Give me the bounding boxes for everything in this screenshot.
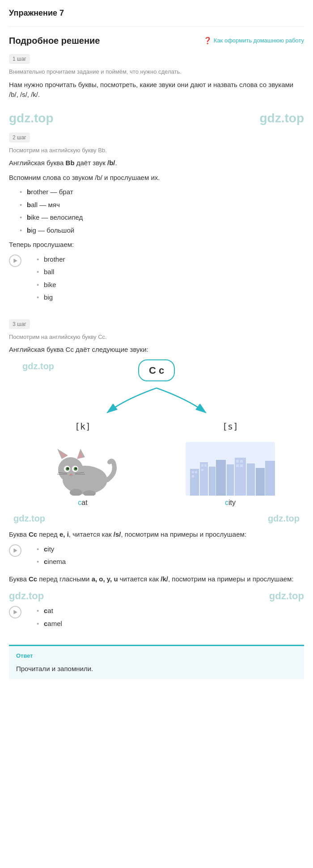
watermark-gdz-3: gdz.top [22, 359, 54, 373]
list-item: big — большой [20, 225, 304, 236]
svg-rect-38 [240, 460, 243, 463]
svg-rect-29 [256, 468, 265, 496]
svg-rect-40 [240, 464, 243, 467]
svg-rect-36 [204, 464, 207, 467]
svg-rect-34 [201, 464, 203, 467]
watermark-row-3: gdz.top gdz.top [9, 588, 304, 603]
cat-svg [45, 442, 121, 496]
svg-point-3 [58, 457, 83, 482]
step-1-note: Внимательно прочитаем задание и поймём, … [9, 67, 304, 76]
section-title: Подробное решение [9, 34, 100, 47]
cat-block: cat [12, 442, 154, 508]
list-item: cinema [37, 557, 66, 567]
step-3-sentence-k: Буква Cc перед гласными a, o, y, u читае… [9, 574, 304, 584]
sounds-row: [k] [s] [9, 420, 304, 438]
help-link[interactable]: ❓ Как оформить домашнюю работу [203, 36, 304, 46]
sound-k: [k] [75, 420, 91, 433]
step-2-block: 2 шаг Посмотрим на английскую букву Bb. … [9, 132, 304, 310]
step-1-block: 1 шаг Внимательно прочитаем задание и по… [9, 54, 304, 100]
highlight-c-cat: c [78, 499, 81, 506]
audio-play-button[interactable] [9, 255, 21, 267]
words-k-list: cat camel [26, 606, 62, 631]
svg-rect-39 [236, 464, 239, 467]
watermark-gdz-7: gdz.top [269, 588, 304, 603]
audio-play-button-s[interactable] [9, 544, 21, 557]
step-1-badge: 1 шаг [9, 54, 30, 64]
section-header: Подробное решение ❓ Как оформить домашню… [9, 34, 304, 47]
step-2-sentence1: Английская буква Bb даёт звук /b/. [9, 158, 304, 168]
city-svg [186, 442, 275, 496]
answer-block: Ответ Прочитали и запомнили. [9, 645, 304, 679]
step-2-listen-label: Теперь прослушаем: [9, 240, 304, 250]
list-item: cat [37, 606, 62, 616]
watermark-gdz-4: gdz.top [13, 512, 45, 525]
step-2-word-list: brother — брат ball — мяч bike — велосип… [9, 187, 304, 235]
svg-rect-22 [190, 469, 199, 496]
svg-rect-24 [209, 467, 216, 496]
svg-point-12 [67, 468, 68, 469]
list-item: camel [37, 619, 62, 629]
svg-point-13 [75, 468, 76, 469]
svg-rect-33 [195, 471, 197, 473]
svg-rect-25 [216, 460, 226, 496]
page-wrapper: Упражнение 7 Подробное решение ❓ Как офо… [0, 0, 313, 686]
step-3-badge: 3 шаг [9, 319, 30, 329]
svg-rect-28 [247, 463, 255, 496]
list-item: brother — брат [20, 187, 304, 197]
step-2-badge: 2 шаг [9, 133, 30, 142]
svg-rect-30 [265, 461, 275, 496]
list-item: ball — мяч [20, 200, 304, 210]
svg-marker-0 [13, 259, 17, 263]
list-item: bike — велосипед [20, 213, 304, 223]
cc-arrows-svg [9, 386, 304, 417]
audio-play-button-k[interactable] [9, 606, 21, 618]
words-s-list: city cinema [26, 544, 66, 570]
step-3-sentence1: Английская буква Cc даёт следующие звуки… [9, 345, 304, 355]
exercise-title: Упражнение 7 [9, 7, 304, 19]
listen-word-list: brother ball bike big [26, 255, 65, 305]
svg-rect-35 [201, 469, 203, 471]
city-block: city [160, 442, 301, 508]
step-3-sentence-s: Буква Cc перед e, i, читается как /s/, п… [9, 530, 304, 540]
step-3-note: Посмотрим на английскую букву Cc. [9, 333, 304, 342]
step-1-body: Нам нужно прочитать буквы, посмотреть, к… [9, 80, 304, 100]
highlight-c-city: c [225, 499, 228, 506]
svg-rect-32 [192, 475, 194, 477]
sound-s: [s] [222, 420, 238, 433]
list-item: brother [37, 255, 65, 265]
watermark-gdz-1: gdz.top [9, 109, 54, 128]
listen-k-section: cat camel [9, 606, 304, 636]
answer-label: Ответ [16, 651, 297, 660]
svg-marker-42 [13, 610, 17, 614]
svg-marker-41 [13, 548, 17, 553]
svg-rect-37 [236, 460, 239, 463]
list-item: bike [37, 280, 65, 290]
svg-rect-23 [200, 462, 208, 496]
word-city-label: city [225, 497, 236, 508]
list-item: city [37, 544, 66, 555]
question-icon: ❓ [203, 36, 212, 46]
watermark-gdz-2: gdz.top [259, 109, 304, 128]
svg-rect-31 [192, 471, 194, 473]
cc-diagram-container: gdz.top C c [k] [s] [9, 359, 304, 526]
watermark-row-diagram-bottom: gdz.top gdz.top [9, 512, 304, 525]
watermark-gdz-6: gdz.top [9, 588, 44, 603]
images-row: cat [9, 442, 304, 508]
step-2-note: Посмотрим на английскую букву Bb. [9, 146, 304, 155]
listen-section: brother ball bike big [9, 255, 304, 310]
listen-s-section: city cinema [9, 544, 304, 574]
svg-rect-26 [227, 464, 234, 496]
svg-rect-27 [235, 458, 246, 496]
watermark-row-1: gdz.top gdz.top [9, 109, 304, 128]
divider-top [9, 26, 304, 27]
watermark-gdz-5: gdz.top [268, 512, 300, 525]
list-item: big [37, 292, 65, 303]
cc-box: C c [138, 359, 175, 381]
answer-text: Прочитали и запомнили. [16, 664, 297, 674]
help-link-text: Как оформить домашнюю работу [214, 36, 304, 45]
word-cat-label: cat [78, 497, 87, 508]
list-item: ball [37, 267, 65, 277]
step-2-sentence2: Вспомним слова со звуком /b/ и прослушае… [9, 173, 304, 183]
step-3-block: 3 шаг Посмотрим на английскую букву Cc. … [9, 319, 304, 636]
